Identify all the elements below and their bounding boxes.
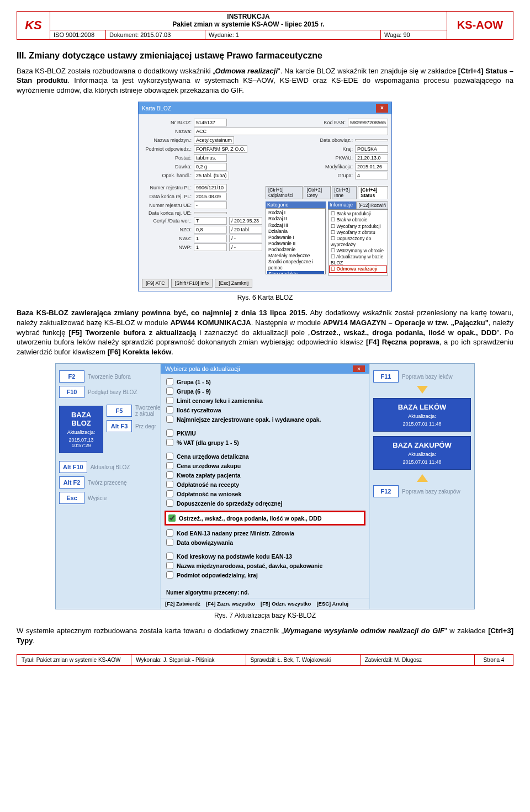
list-item[interactable]: ☐ Dopuszczony do wyprzedaży: [330, 236, 386, 248]
altf3-key[interactable]: Alt F3: [107, 420, 132, 432]
f11-key[interactable]: F11: [373, 370, 399, 383]
list-item[interactable]: ☐ Brak w produkcji: [330, 211, 386, 217]
checkbox-row[interactable]: Kod EAN-13 nadany przez Ministr. Zdrowia: [166, 528, 364, 538]
header-title: INSTRUKCJA Pakiet zmian w systemie KS-AO…: [50, 12, 447, 30]
footer-checked: Sprawdził: Ł. Bek, T. Wojakowski: [246, 655, 360, 665]
checkbox[interactable]: [166, 439, 173, 446]
anuluj-button[interactable]: [ESC] Anuluj: [316, 601, 348, 607]
checkbox[interactable]: [166, 539, 173, 546]
checkbox[interactable]: [166, 453, 173, 460]
list-item[interactable]: Pochodzenie: [267, 247, 324, 253]
odzn-button[interactable]: [F5] Odzn. wszystko: [261, 601, 311, 607]
list-item[interactable]: Środki ortopedyczne i pomoc: [267, 259, 324, 271]
checkbox-row[interactable]: Cena urzędowa zakupu: [166, 461, 364, 470]
checkbox[interactable]: [166, 500, 173, 507]
logo-box: KS: [17, 12, 50, 39]
list-item[interactable]: ☐ Aktualizowany w bazie BLOZ: [330, 254, 386, 266]
checkbox-label: Odpłatność na recepty: [177, 481, 239, 488]
f10-key[interactable]: F10: [59, 386, 84, 398]
checkbox-label: Cena urzędowa zakupu: [177, 463, 241, 469]
checkbox[interactable]: [166, 378, 173, 385]
close-icon[interactable]: ×: [353, 365, 365, 372]
checkbox-row[interactable]: Najmniejsze zarejestrowane opak. i wydaw…: [166, 415, 364, 424]
checkbox-row[interactable]: PKWiU: [166, 428, 364, 438]
tab-ceny[interactable]: [Ctrl+2] Ceny: [304, 186, 330, 199]
informacje-list[interactable]: ☐ Brak w produkcji☐ Brak w obrocie☐ Wyco…: [328, 209, 388, 275]
nwp-b: / -: [229, 243, 262, 251]
checkbox-row[interactable]: Odpłatność na recepty: [166, 480, 364, 489]
checkbox-row[interactable]: Kod kreskowy na podstawie kodu EAN-13: [166, 551, 364, 561]
f5-key[interactable]: F5: [107, 405, 132, 417]
checkbox-row[interactable]: Grupa (1 - 5): [166, 377, 364, 386]
aktual-dialog: Wybierz pola do aktualizacji× Grupa (1 -…: [161, 364, 369, 609]
checkbox-row[interactable]: Dopuszczenie do sprzedaży odręcznej: [166, 498, 364, 508]
checkbox-row[interactable]: Data obowiązywania: [166, 538, 364, 547]
list-item[interactable]: ☐ Wstrzymany w obrocie: [330, 248, 386, 254]
checkbox-row[interactable]: % VAT (dla grupy 1 - 5): [166, 438, 364, 447]
checkbox-row[interactable]: Cena urzędowa detaliczna: [166, 452, 364, 461]
checkbox[interactable]: [166, 481, 173, 488]
info-button[interactable]: [Shift+F10] Info: [171, 279, 213, 288]
checkbox-row[interactable]: Grupa (6 - 9): [166, 386, 364, 396]
checkbox[interactable]: [166, 471, 173, 479]
zamknij-button[interactable]: [Esc] Zamknij: [215, 279, 252, 288]
checkbox[interactable]: [166, 571, 173, 579]
close-icon[interactable]: ×: [376, 104, 388, 113]
rozwin-button[interactable]: [F12] Rozwiń: [356, 201, 388, 209]
checkbox-row[interactable]: Odpłatność na wniosek: [166, 489, 364, 498]
checkbox[interactable]: [166, 490, 173, 497]
checkbox[interactable]: [166, 462, 173, 469]
list-item[interactable]: ☐ Wycofany z obrotu: [330, 230, 386, 236]
checkbox[interactable]: [166, 429, 173, 437]
list-item[interactable]: Stan produktu: [267, 271, 324, 275]
f12-key[interactable]: F12: [373, 485, 399, 497]
list-item[interactable]: ☐ Odmowa realizacji: [330, 266, 386, 272]
list-item[interactable]: Podawanie II: [267, 241, 324, 247]
checkbox[interactable]: [166, 397, 173, 404]
checkbox-row[interactable]: Ilość ryczałtowa: [166, 405, 364, 415]
figure-caption-2: Rys. 7 Aktualizacja bazy KS-BLOZ: [17, 612, 513, 619]
checkbox-label: PKWiU: [177, 430, 196, 437]
kategorie-list[interactable]: Rodzaj IRodzaj IIRodzaj IIIDziałaniaPoda…: [266, 208, 326, 274]
checkbox[interactable]: [166, 529, 173, 537]
altf10-key[interactable]: Alt F10: [59, 461, 87, 473]
list-item[interactable]: Materiały medyczne: [267, 253, 324, 259]
esc-key[interactable]: Esc: [59, 492, 84, 504]
checkbox[interactable]: [166, 406, 173, 413]
informacje-head: Informacje: [328, 201, 356, 209]
checkbox[interactable]: [166, 562, 173, 569]
paragraph-1: Baza KS-BLOZ została rozbudowana o dodat…: [17, 66, 513, 95]
figure-aktualizacja: F2Tworzenie Bufora F10Podgląd bazy BLOZ …: [17, 363, 513, 619]
tab-inne[interactable]: [Ctrl+3] Inne: [332, 186, 357, 199]
list-item[interactable]: Rodzaj III: [267, 222, 324, 229]
tab-status[interactable]: [Ctrl+4] Status: [358, 186, 388, 199]
checkbox-row[interactable]: Nazwa międzynarodowa, postać, dawka, opa…: [166, 561, 364, 570]
list-item[interactable]: ☐ Brak w obrocie: [330, 217, 386, 223]
podmiot-field: FORFARM SP. Z O.O.: [194, 145, 247, 153]
checkbox[interactable]: [168, 514, 176, 522]
tab-odpl[interactable]: [Ctrl+1] Odpłatności: [266, 186, 303, 199]
atc-button[interactable]: [F9] ATC: [142, 279, 169, 288]
list-item[interactable]: ☐ Wycofany z produkcji: [330, 224, 386, 230]
kod-ean-field: 5909997208565: [348, 119, 388, 126]
list-item[interactable]: Rodzaj I: [267, 210, 324, 216]
checkbox-row[interactable]: Podmiot odpowiedzialny, kraj: [166, 570, 364, 580]
checkbox[interactable]: [166, 388, 173, 395]
list-item[interactable]: Działania: [267, 229, 324, 235]
checkbox-row[interactable]: Ostrzeż., wskaź., droga podania, ilość w…: [166, 512, 364, 524]
checkbox-row[interactable]: Kwota zapłaty pacjenta: [166, 470, 364, 480]
kategorie-head: Kategorie: [266, 201, 326, 208]
checkbox-row[interactable]: Limit cenowy leku i zamiennika: [166, 396, 364, 405]
checkbox[interactable]: [166, 416, 173, 423]
checkbox[interactable]: [166, 553, 173, 560]
nwz-b: / -: [229, 235, 262, 242]
figure-caption-1: Rys. 6 Karta BLOZ: [17, 294, 513, 301]
zazn-button[interactable]: [F4] Zazn. wszystko: [206, 601, 255, 607]
list-item[interactable]: Podawanie I: [267, 235, 324, 241]
header-iso: ISO 9001:2008: [50, 30, 105, 39]
checkbox-label: Kwota zapłaty pacjenta: [177, 472, 241, 479]
f2-key[interactable]: F2: [59, 370, 84, 383]
zatwierdz-button[interactable]: [F2] Zatwierdź: [165, 601, 200, 607]
altf2-key[interactable]: Alt F2: [59, 476, 84, 489]
list-item[interactable]: Rodzaj II: [267, 216, 324, 222]
